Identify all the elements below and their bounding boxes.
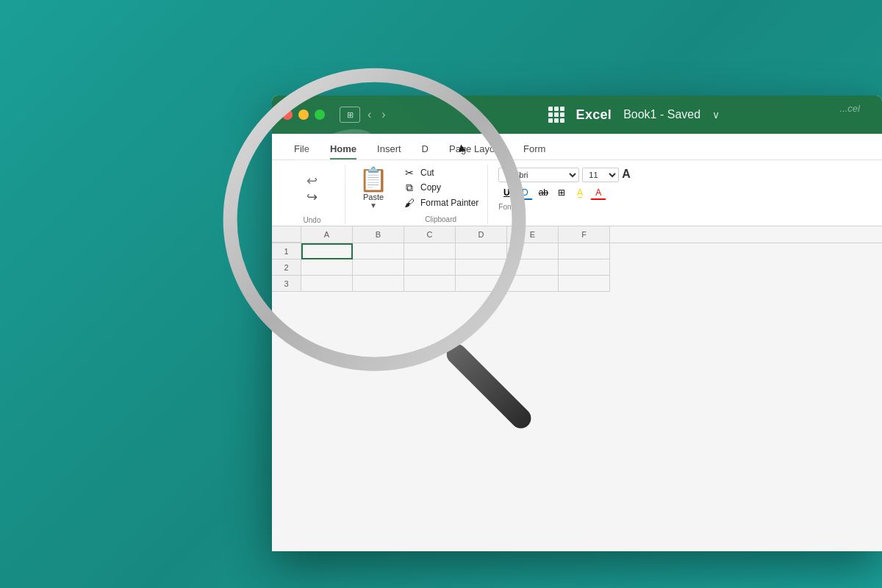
cell-b2[interactable] <box>353 259 404 276</box>
title-bar: ⊞ ‹ › Excel Book1 - Saved ∨ ...cel <box>272 96 882 134</box>
tab-insert[interactable]: Insert <box>367 137 412 159</box>
font-group: Calibri 11 A U D ab ⊞ A̲ A Font <box>490 165 651 224</box>
cell-a2[interactable] <box>301 259 353 276</box>
grid-row-3: 3 <box>272 276 882 292</box>
row-header-3: 3 <box>272 276 301 292</box>
copy-label: Copy <box>420 182 441 193</box>
tab-home[interactable]: Home <box>320 137 367 159</box>
back-arrow[interactable]: ‹ <box>365 108 374 121</box>
tab-file[interactable]: File <box>284 137 320 159</box>
ribbon-content: ↩ ↪ Undo 📋 Paste ▼ ✂ Cut <box>272 160 882 226</box>
scissors-icon: ✂ <box>403 167 416 179</box>
cell-c3[interactable] <box>404 276 456 292</box>
cell-f2[interactable] <box>559 259 610 276</box>
col-header-f[interactable]: F <box>559 226 610 243</box>
cell-d2[interactable] <box>456 259 507 276</box>
col-header-d[interactable]: D <box>456 226 507 243</box>
copy-button[interactable]: ⧉ Copy <box>400 181 481 195</box>
paste-label: Paste <box>363 193 384 201</box>
col-header-b[interactable]: B <box>353 226 404 243</box>
undo-group-label: Undo <box>304 213 321 224</box>
clipboard-items: ✂ Cut ⧉ Copy 🖌 Format Painter <box>400 166 481 209</box>
cell-d1[interactable] <box>456 243 507 259</box>
tab-page-layout[interactable]: Page Layout <box>439 137 513 159</box>
row-header-1: 1 <box>272 243 301 259</box>
font-selects: Calibri 11 A <box>498 168 631 182</box>
paste-button[interactable]: 📋 Paste ▼ <box>353 165 394 212</box>
font-size-indicator: A <box>622 168 631 182</box>
font-group-label: Font <box>498 200 513 211</box>
layout-icon[interactable]: ⊞ <box>340 107 360 123</box>
cell-c2[interactable] <box>404 259 456 276</box>
tab-data[interactable]: D <box>412 137 439 159</box>
cell-e3[interactable] <box>507 276 559 292</box>
borders-button[interactable]: ⊞ <box>553 185 570 200</box>
close-button[interactable] <box>282 110 293 120</box>
format-painter-button[interactable]: 🖌 Format Painter <box>400 196 481 209</box>
cell-e2[interactable] <box>507 259 559 276</box>
copy-icon: ⧉ <box>403 182 416 194</box>
col-header-a[interactable]: A <box>301 226 353 243</box>
ribbon-tabs: File Home Insert D Page Layout Form <box>272 134 882 160</box>
maximize-button[interactable] <box>315 110 325 120</box>
format-painter-icon: 🖌 <box>403 197 416 209</box>
cell-b1[interactable] <box>353 243 404 259</box>
undo-button[interactable]: ↩ <box>306 174 318 187</box>
app-title: Excel <box>576 107 612 123</box>
grid-row-1: 1 <box>272 243 882 259</box>
title-dropdown-icon[interactable]: ∨ <box>712 109 720 121</box>
grid-row-2: 2 <box>272 259 882 276</box>
redo-button[interactable]: ↪ <box>306 190 318 204</box>
title-bar-right-text: ...cel <box>840 103 860 114</box>
cell-d3[interactable] <box>456 276 507 292</box>
cell-e1[interactable] <box>507 243 559 259</box>
strikethrough-button[interactable]: ab <box>535 185 551 200</box>
app-grid-icon[interactable] <box>548 107 564 123</box>
clipboard-group-label: Clipboard <box>400 212 481 223</box>
cell-a3[interactable] <box>301 276 353 292</box>
title-bar-controls: ⊞ ‹ › <box>340 107 389 123</box>
row-header-2: 2 <box>272 259 301 276</box>
fill-color-button[interactable]: A̲ <box>572 185 588 200</box>
cut-button[interactable]: ✂ Cut <box>400 166 481 179</box>
clipboard-group: 📋 Paste ▼ ✂ Cut ⧉ Copy 🖌 <box>347 165 488 224</box>
cut-label: Cut <box>420 168 434 178</box>
font-format-row: U D ab ⊞ A̲ A <box>498 185 606 200</box>
cell-f1[interactable] <box>559 243 610 259</box>
cell-a1[interactable] <box>301 243 353 259</box>
cursor-arrow: ▲ <box>455 140 469 155</box>
excel-window: ⊞ ‹ › Excel Book1 - Saved ∨ ...cel File … <box>272 96 882 551</box>
format-painter-label: Format Painter <box>420 198 478 208</box>
col-header-c[interactable]: C <box>404 226 456 243</box>
column-headers: A B C D E F <box>272 226 882 243</box>
document-title: Book1 - Saved <box>623 108 700 121</box>
spreadsheet-grid: A B C D E F 1 2 3 <box>272 226 882 292</box>
traffic-lights <box>282 110 325 120</box>
font-size-select[interactable]: 11 <box>582 168 619 182</box>
corner-header <box>272 226 301 243</box>
cell-c1[interactable] <box>404 243 456 259</box>
cell-b3[interactable] <box>353 276 404 292</box>
underline-button[interactable]: U <box>498 185 514 200</box>
minimize-button[interactable] <box>298 110 309 120</box>
tab-formulas[interactable]: Form <box>513 137 556 159</box>
cell-f3[interactable] <box>559 276 610 292</box>
undo-group: ↩ ↪ Undo <box>279 165 345 224</box>
paste-icon: 📋 <box>359 168 388 191</box>
underline-color-button[interactable]: D <box>517 185 533 200</box>
paste-dropdown-arrow[interactable]: ▼ <box>370 201 377 209</box>
title-center: Excel Book1 - Saved ∨ <box>396 107 872 123</box>
col-header-e[interactable]: E <box>507 226 559 243</box>
forward-arrow[interactable]: › <box>379 108 388 121</box>
font-name-select[interactable]: Calibri <box>498 168 579 182</box>
undo-buttons: ↩ ↪ <box>306 165 318 213</box>
font-color-button[interactable]: A <box>590 185 606 200</box>
